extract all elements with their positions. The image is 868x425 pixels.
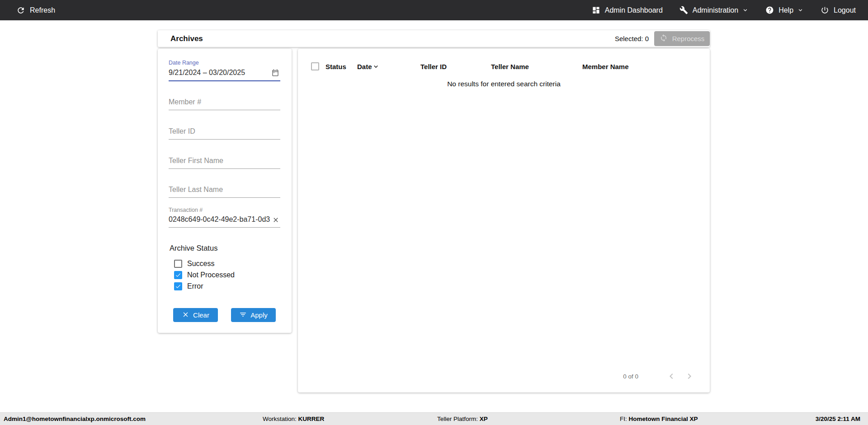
teller-id-input[interactable] [169,127,280,135]
wrench-icon [679,6,688,14]
clear-button-label: Clear [193,311,209,319]
filter-icon [239,311,247,320]
teller-last-name-input[interactable] [169,186,280,194]
teller-last-name-underline [169,197,280,198]
reprocess-button[interactable]: Reprocess [654,31,710,46]
sort-arrow-icon [372,63,380,70]
logout-label: Logout [834,6,856,14]
transaction-number-label: Transaction # [169,207,203,213]
clear-field-icon[interactable] [272,216,279,224]
status-bar: Admin1@hometownfinancialxp.onmicrosoft.c… [0,412,868,425]
empty-results-message: No results for entered search criteria [298,80,710,88]
top-bar: Refresh Admin Dashboard Administration H… [0,0,868,20]
reprocess-label: Reprocess [672,35,705,42]
pagination: 0 of 0 [623,371,695,382]
dashboard-icon [592,6,600,14]
help-label: Help [778,6,793,14]
chevron-down-icon [742,7,749,14]
refresh-icon [16,6,25,15]
date-range-label: Date Range [169,60,199,66]
column-header-teller-id[interactable]: Teller ID [420,63,447,70]
teller-platform-info: Teller Platform: XP [437,413,488,425]
administration-label: Administration [693,6,738,14]
clear-button[interactable]: Clear [173,308,218,322]
column-header-status[interactable]: Status [326,63,346,70]
chevron-down-icon [797,7,804,14]
checkbox-row-success[interactable]: Success [174,260,214,268]
page-title: Archives [170,34,203,43]
admin-dashboard-button[interactable]: Admin Dashboard [592,6,663,14]
select-all-checkbox[interactable] [311,62,319,70]
checkbox-label: Not Processed [187,271,235,279]
column-header-member-name[interactable]: Member Name [582,63,629,70]
checkbox-not-processed[interactable] [174,271,182,279]
refresh-label: Refresh [30,6,55,14]
apply-button[interactable]: Apply [231,308,276,322]
checkbox-row-not-processed[interactable]: Not Processed [174,271,235,279]
apply-button-label: Apply [250,311,268,319]
filter-panel: Date Range Transaction # Archive Status … [158,49,292,333]
pagination-count: 0 of 0 [623,373,638,380]
checkbox-row-error[interactable]: Error [174,282,203,290]
close-icon [182,311,189,320]
archive-status-heading: Archive Status [170,244,217,252]
column-header-date[interactable]: Date [357,63,380,70]
checkbox-label: Error [187,282,203,290]
next-page-button[interactable] [684,371,695,382]
archives-header-bar: Archives Selected: 0 Reprocess [158,30,710,47]
column-header-teller-name[interactable]: Teller Name [491,63,529,70]
selected-count: Selected: 0 [615,35,649,42]
date-range-input[interactable] [169,69,269,77]
power-icon [821,6,829,14]
transaction-number-input[interactable] [169,215,270,224]
admin-dashboard-label: Admin Dashboard [605,6,663,14]
date-range-underline [169,80,280,81]
sync-icon [660,34,668,43]
member-number-input[interactable] [169,98,280,106]
results-table: Status Date Teller ID Teller Name Member… [298,49,710,392]
checkbox-label: Success [187,260,214,268]
fi-info: FI: Hometown Financial XP [620,413,698,425]
previous-page-button[interactable] [666,371,677,382]
checkbox-success[interactable] [174,260,182,268]
teller-id-underline [169,139,280,140]
workstation-info: Workstation: KURRER [263,413,324,425]
help-icon [765,6,774,14]
refresh-button[interactable]: Refresh [16,6,55,15]
transaction-number-underline [169,227,280,228]
logged-in-user: Admin1@hometownfinancialxp.onmicrosoft.c… [4,413,146,425]
calendar-icon[interactable] [271,69,279,77]
teller-first-name-input[interactable] [169,157,280,165]
status-datetime: 3/20/25 2:11 AM [816,413,860,425]
checkbox-error[interactable] [174,282,182,290]
member-number-underline [169,110,280,110]
administration-menu[interactable]: Administration [679,6,749,14]
teller-first-name-underline [169,168,280,169]
logout-button[interactable]: Logout [821,6,856,14]
help-menu[interactable]: Help [765,6,804,14]
